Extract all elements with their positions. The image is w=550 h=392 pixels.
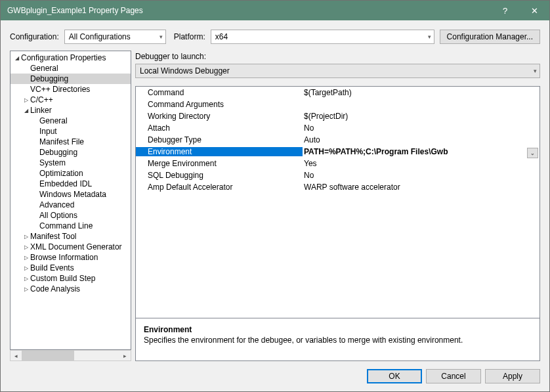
tree-item-linker-child[interactable]: Optimization [11, 168, 131, 179]
property-key: Command Arguments [136, 100, 303, 109]
expander-icon[interactable]: ▷ [22, 244, 30, 250]
tree-item-label: Browse Information [30, 253, 98, 262]
close-button[interactable]: ✕ [520, 1, 549, 20]
tree-item-label: System [39, 158, 66, 167]
configuration-value: All Configurations [69, 32, 131, 41]
platform-value: x64 [215, 32, 228, 41]
expander-icon[interactable]: ▷ [22, 276, 30, 282]
configuration-combo[interactable]: All Configurations ▾ [64, 30, 166, 44]
tree-item[interactable]: ▷Build Events [11, 263, 131, 273]
scroll-thumb[interactable] [22, 351, 74, 360]
tree-item[interactable]: ▷XML Document Generator [11, 242, 131, 252]
tree-item-label: Advanced [39, 200, 74, 209]
scroll-track[interactable] [22, 351, 119, 360]
tree-item[interactable]: ▷Code Analysis [11, 284, 131, 294]
tree-item-linker-child[interactable]: Debugging [11, 147, 131, 158]
tree-item-linker-child[interactable]: General [11, 116, 131, 126]
property-row[interactable]: AttachNo [136, 122, 539, 134]
config-bar: Configuration: All Configurations ▾ Plat… [1, 20, 549, 48]
property-key: Command [136, 88, 303, 97]
tree-item-label: XML Document Generator [30, 242, 122, 251]
property-row[interactable]: SQL DebuggingNo [136, 169, 539, 181]
tree-item[interactable]: ▷Browse Information [11, 252, 131, 263]
expander-icon[interactable]: ◢ [22, 108, 30, 114]
tree-item-linker-child[interactable]: System [11, 158, 131, 168]
scroll-right-icon[interactable]: ▸ [119, 353, 131, 359]
tree-item-ccpp[interactable]: ▷C/C++ [11, 95, 131, 105]
chevron-down-icon: ▾ [159, 33, 163, 40]
property-value[interactable]: Yes [303, 159, 539, 168]
property-grid[interactable]: Command$(TargetPath)Command ArgumentsWor… [136, 87, 539, 318]
tree-item-linker-child[interactable]: All Options [11, 210, 131, 221]
tree-item-label: Build Events [30, 263, 74, 272]
config-tree[interactable]: ◢Configuration PropertiesGeneralDebuggin… [10, 51, 131, 350]
scroll-left-icon[interactable]: ◂ [11, 353, 22, 359]
tree-scrollbar[interactable]: ◂ ▸ [10, 350, 131, 361]
tree-item-linker-child[interactable]: Manifest File [11, 137, 131, 147]
tree-item-label: Debugging [39, 148, 77, 157]
expander-icon[interactable]: ▷ [22, 265, 30, 271]
expander-icon[interactable]: ▷ [22, 97, 30, 103]
window-title: GWBplugin_Example1 Property Pages [7, 6, 490, 15]
property-value[interactable]: $(ProjectDir) [303, 112, 539, 121]
chevron-down-icon: ▾ [428, 33, 431, 40]
property-value[interactable]: Auto [303, 135, 539, 144]
property-value[interactable]: $(TargetPath) [303, 88, 539, 97]
tree-item-linker-child[interactable]: Command Line [11, 221, 131, 231]
configuration-manager-button[interactable]: Configuration Manager... [440, 30, 540, 44]
tree-item-label: Debugging [30, 74, 68, 83]
property-value[interactable]: No [303, 171, 539, 180]
platform-combo[interactable]: x64 ▾ [211, 30, 434, 44]
property-value[interactable]: PATH=%PATH%;C:\Program Files\Gwb⌄ [303, 147, 539, 156]
tree-item-label: Manifest File [39, 137, 84, 146]
property-key: Debugger Type [136, 135, 303, 144]
tree-item-linker-child[interactable]: Input [11, 126, 131, 137]
property-key: Amp Default Accelerator [136, 183, 303, 192]
cancel-button[interactable]: Cancel [426, 369, 481, 383]
tree-item-linker-child[interactable]: Windows Metadata [11, 189, 131, 200]
dialog-footer: OK Cancel Apply [1, 361, 549, 391]
property-value[interactable]: No [303, 123, 539, 133]
property-row[interactable]: Amp Default AcceleratorWARP software acc… [136, 181, 539, 193]
expander-icon[interactable]: ▷ [22, 234, 30, 240]
property-row[interactable]: Merge EnvironmentYes [136, 158, 539, 169]
help-button[interactable]: ? [490, 1, 520, 20]
tree-item-linker-child[interactable]: Embedded IDL [11, 179, 131, 189]
tree-item-label: Linker [30, 106, 52, 115]
description-title: Environment [144, 325, 532, 334]
expander-icon[interactable]: ▷ [22, 286, 30, 292]
tree-item-linker-child[interactable]: Advanced [11, 200, 131, 210]
debugger-launch-combo[interactable]: Local Windows Debugger ▾ [135, 64, 540, 78]
tree-item-label: Windows Metadata [39, 190, 106, 199]
tree-item-label: Configuration Properties [21, 53, 106, 62]
property-key: Merge Environment [136, 159, 303, 168]
property-key: SQL Debugging [136, 171, 303, 180]
tree-root[interactable]: ◢Configuration Properties [11, 53, 131, 63]
property-value[interactable]: WARP software accelerator [303, 183, 539, 192]
apply-button[interactable]: Apply [485, 369, 540, 383]
chevron-down-icon: ▾ [534, 68, 537, 74]
tree-item[interactable]: ▷Manifest Tool [11, 231, 131, 242]
tree-item[interactable]: ▷Custom Build Step [11, 273, 131, 284]
property-row[interactable]: EnvironmentPATH=%PATH%;C:\Program Files\… [136, 146, 539, 158]
tree-item-label: Command Line [39, 221, 93, 230]
property-row[interactable]: Debugger TypeAuto [136, 134, 539, 146]
description-text: Specifies the environment for the debuge… [144, 336, 532, 345]
tree-item-label: General [30, 64, 58, 73]
debugger-launch-value: Local Windows Debugger [140, 66, 230, 76]
tree-item-general[interactable]: General [11, 63, 131, 74]
ok-button[interactable]: OK [367, 369, 422, 383]
dropdown-icon[interactable]: ⌄ [527, 148, 538, 158]
expander-icon[interactable]: ▷ [22, 255, 30, 261]
property-row[interactable]: Command Arguments [136, 98, 539, 110]
tree-item-vcdirs[interactable]: VC++ Directories [11, 84, 131, 95]
property-key: Environment [136, 147, 303, 156]
tree-item-linker[interactable]: ◢Linker [11, 105, 131, 116]
expander-icon[interactable]: ◢ [13, 55, 21, 61]
property-key: Working Directory [136, 112, 303, 121]
tree-item-label: General [39, 116, 68, 125]
property-key: Attach [136, 123, 303, 133]
tree-item-debugging[interactable]: Debugging [11, 74, 131, 84]
property-row[interactable]: Working Directory$(ProjectDir) [136, 110, 539, 122]
property-row[interactable]: Command$(TargetPath) [136, 87, 539, 98]
